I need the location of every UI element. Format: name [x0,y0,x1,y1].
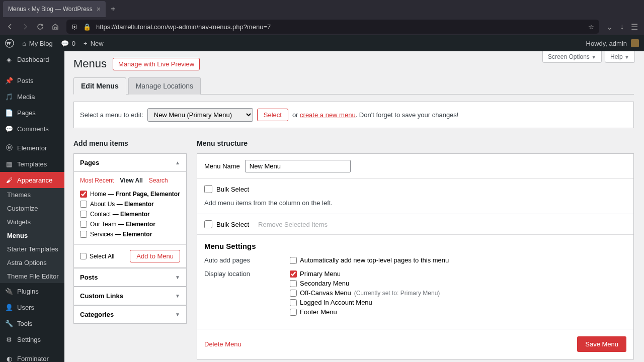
sub-starter[interactable]: Starter Templates [0,242,64,256]
avatar[interactable] [631,39,639,47]
screen-options-button[interactable]: Screen Options ▼ [542,51,602,63]
sidebar-item-users[interactable]: 👤Users [0,299,64,315]
sub-customize[interactable]: Customize [0,202,64,215]
delete-menu-link[interactable]: Delete Menu [204,340,242,348]
add-items-title: Add menu items [73,139,187,147]
auto-add-checkbox-label[interactable]: Automatically add new top-level pages to… [290,256,626,264]
sidebar-item-templates[interactable]: ▦Templates [0,156,64,172]
list-item: Services — Elementor [80,229,180,239]
tab-search[interactable]: Search [149,177,168,184]
wp-logo[interactable] [5,39,14,48]
sub-astra[interactable]: Astra Options [0,256,64,269]
wp-content: Screen Options ▼ Help ▼ Menus Manage wit… [64,51,644,362]
sidebar-item-media[interactable]: 🎵Media [0,88,64,105]
chevron-down-icon: ▼ [175,275,180,280]
comment-icon: 💬 [5,125,13,133]
templates-icon: ▦ [5,160,13,168]
sidebar-item-appearance[interactable]: 🖌Appearance [0,172,64,188]
reload-button[interactable] [36,23,44,31]
page-checkbox[interactable] [80,211,87,218]
new-tab-button[interactable]: + [111,5,115,14]
menu-icon[interactable]: ☰ [631,22,638,32]
home-button[interactable] [51,23,59,31]
auto-add-checkbox[interactable] [290,257,297,264]
comments-link[interactable]: 💬0 [61,40,75,47]
new-link[interactable]: +New [84,40,104,47]
location-footer[interactable]: Footer Menu [290,308,626,316]
location-primary[interactable]: Primary Menu [290,270,626,278]
tab-edit-menus[interactable]: Edit Menus [73,77,126,95]
tools-icon: 🔧 [5,319,13,327]
close-icon[interactable]: × [97,5,101,13]
metabox-categories-header[interactable]: Categories▼ [74,306,186,323]
page-checkbox[interactable] [80,231,87,238]
metabox-custom-links-header[interactable]: Custom Links▼ [74,287,186,305]
page-icon: 📄 [5,109,13,117]
sidebar-item-dashboard[interactable]: ◈Dashboard [0,51,64,67]
metabox-posts-header[interactable]: Posts▼ [74,268,186,286]
create-menu-link[interactable]: create a new menu [300,111,356,119]
sidebar-item-comments[interactable]: 💬Comments [0,121,64,137]
menu-edit-panel: Menu Name Bulk Select Add menu items fro… [197,153,634,359]
sidebar-item-settings[interactable]: ⚙Settings [0,331,64,347]
location-checkbox[interactable] [290,280,297,287]
nav-tabs: Edit Menus Manage Locations [73,77,634,95]
star-icon[interactable]: ☆ [588,23,594,31]
browser-tab[interactable]: Menus ‹ My Blog — WordPress × [3,1,106,17]
sidebar-item-tools[interactable]: 🔧Tools [0,315,64,331]
sidebar-item-elementor[interactable]: ⓔElementor [0,140,64,156]
location-checkbox[interactable] [290,290,297,297]
menu-select[interactable]: New Menu (Primary Menu) [147,108,253,122]
menu-footer: Delete Menu Save Menu [197,329,633,359]
bulk-select-bottom: Bulk Select Remove Selected Items [197,214,633,234]
select-all-label[interactable]: Select All [80,253,114,260]
bulk-checkbox[interactable] [204,185,212,193]
site-link[interactable]: ⌂My Blog [22,40,53,47]
sidebar-item-forminator[interactable]: ◐Forminator [0,350,64,362]
home-icon: ⌂ [22,40,26,47]
save-menu-button[interactable]: Save Menu [577,336,626,352]
select-button[interactable]: Select [257,109,288,121]
list-item: About Us — Elementor [80,199,180,209]
page-checkbox[interactable] [80,221,87,228]
location-logged-in[interactable]: Logged In Account Menu [290,299,626,306]
bulk-checkbox[interactable] [204,220,212,228]
sidebar-item-plugins[interactable]: 🔌Plugins [0,283,64,299]
pocket-icon[interactable]: ⌄ [606,22,613,32]
tab-most-recent[interactable]: Most Recent [80,177,114,184]
list-item: Contact — Elementor [80,209,180,219]
sidebar-item-pages[interactable]: 📄Pages [0,105,64,121]
location-checkbox[interactable] [290,270,297,278]
back-button[interactable] [6,23,14,31]
help-button[interactable]: Help ▼ [605,51,635,63]
sidebar-item-posts[interactable]: 📌Posts [0,72,64,88]
page-checkbox[interactable] [80,201,87,208]
menu-name-row: Menu Name [197,154,633,179]
page-checkbox[interactable] [80,191,87,198]
sub-theme-editor[interactable]: Theme File Editor [0,269,64,283]
location-offcanvas[interactable]: Off-Canvas Menu (Currently set to: Prima… [290,289,626,297]
location-checkbox[interactable] [290,299,297,306]
download-icon[interactable]: ↓ [620,22,624,32]
tab-view-all[interactable]: View All [120,177,142,184]
location-secondary[interactable]: Secondary Menu [290,280,626,287]
select-all-checkbox[interactable] [80,253,87,259]
url-field[interactable]: ⛨ 🔒 https://darreltutorial.com/wp-admin/… [66,20,599,34]
sub-themes[interactable]: Themes [0,188,64,202]
elementor-icon: ⓔ [5,144,13,152]
menu-name-input[interactable] [245,160,351,172]
screen-meta: Screen Options ▼ Help ▼ [542,51,635,63]
metabox-pages-header[interactable]: Pages ▲ [74,154,186,172]
tab-manage-locations[interactable]: Manage Locations [128,77,201,95]
add-to-menu-button[interactable]: Add to Menu [130,250,180,262]
forward-button[interactable] [21,23,29,31]
sub-widgets[interactable]: Widgets [0,215,64,229]
menu-select-row: Select a menu to edit: New Menu (Primary… [73,102,634,128]
sub-menus[interactable]: Menus [0,229,64,242]
chevron-down-icon: ▼ [624,54,629,60]
metabox-pages: Pages ▲ Most Recent View All Search Home… [73,153,187,268]
live-preview-button[interactable]: Manage with Live Preview [113,58,200,70]
howdy-text[interactable]: Howdy, admin [586,40,627,47]
remove-selected-link[interactable]: Remove Selected Items [258,221,328,228]
location-checkbox[interactable] [290,309,297,316]
